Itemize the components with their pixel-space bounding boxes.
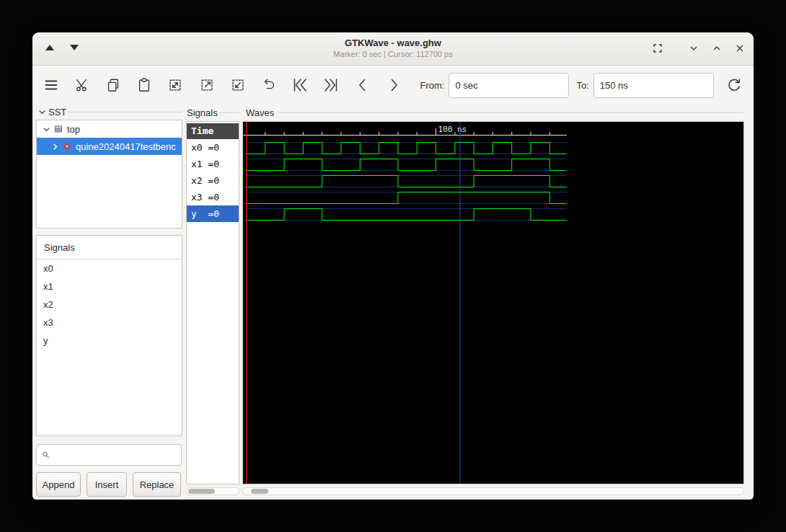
sst-chevron-down-icon bbox=[38, 108, 46, 116]
expander-down-icon[interactable] bbox=[41, 125, 51, 133]
search-icon bbox=[42, 450, 50, 460]
signal-row-x1[interactable]: x1 =0 bbox=[187, 156, 239, 172]
zoom-to-start-icon[interactable] bbox=[288, 73, 312, 97]
signal-list-item-x2[interactable]: x2 bbox=[37, 296, 182, 314]
signal-list-item-x3[interactable]: x3 bbox=[37, 314, 182, 332]
tree-item-testbench[interactable]: quine20240417testbenc bbox=[37, 138, 182, 155]
expander-right-icon[interactable] bbox=[50, 143, 60, 151]
waves-hscroll-thumb[interactable] bbox=[251, 489, 268, 494]
chevron-up-icon[interactable] bbox=[710, 42, 723, 55]
zoom-out-icon[interactable] bbox=[226, 73, 250, 97]
signals-list-header: Signals bbox=[37, 236, 182, 260]
waveform-canvas[interactable]: 100 ns bbox=[243, 122, 743, 484]
signals-hscroll-thumb[interactable] bbox=[188, 489, 215, 494]
from-input[interactable] bbox=[449, 73, 569, 98]
copy-icon[interactable] bbox=[101, 73, 125, 97]
triangle-down-icon[interactable] bbox=[70, 45, 79, 50]
sst-expander[interactable]: SST bbox=[38, 107, 66, 118]
zoom-undo-icon[interactable] bbox=[257, 73, 281, 97]
time-header: Time bbox=[187, 123, 239, 139]
module-icon bbox=[53, 124, 63, 134]
signal-row-y[interactable]: y =0 bbox=[187, 205, 239, 222]
gtkwave-window: GTKWave - wave.ghw Marker: 0 sec | Curso… bbox=[32, 32, 754, 500]
insert-button[interactable]: Insert bbox=[87, 472, 127, 497]
signal-row-x3[interactable]: x3 =0 bbox=[187, 189, 239, 205]
signal-row-x2[interactable]: x2 =0 bbox=[187, 172, 239, 189]
zoom-to-end-icon[interactable] bbox=[319, 73, 343, 97]
waves-hscrollbar[interactable] bbox=[242, 487, 744, 495]
append-button[interactable]: Append bbox=[36, 472, 81, 497]
paste-icon[interactable] bbox=[133, 73, 156, 97]
signals-column: Time x0 =0 x1 =0 x2 =0 x3 =0 y =0 bbox=[186, 121, 239, 484]
signal-list-item-y[interactable]: y bbox=[37, 332, 182, 350]
signal-list-item-x0[interactable]: x0 bbox=[37, 260, 182, 278]
signals-column-label: Signals bbox=[187, 107, 218, 118]
svg-text:100 ns: 100 ns bbox=[438, 125, 467, 134]
waves-label: Waves bbox=[246, 107, 274, 118]
to-input[interactable] bbox=[593, 73, 714, 98]
zoom-in-icon[interactable] bbox=[195, 73, 218, 97]
cut-icon[interactable] bbox=[70, 73, 94, 97]
tree-item-label: quine20240417testbenc bbox=[76, 141, 176, 152]
signals-list-panel: Signals x0 x1 x2 x3 y bbox=[36, 235, 182, 436]
sst-tree: top quine20240417testbenc bbox=[36, 120, 182, 229]
toolbar: From: To: bbox=[32, 66, 754, 105]
tree-item-top[interactable]: top bbox=[37, 120, 182, 138]
shift-right-icon[interactable] bbox=[381, 73, 405, 97]
fit-window-icon[interactable] bbox=[651, 42, 664, 55]
signal-list-item-x1[interactable]: x1 bbox=[37, 278, 182, 296]
reload-icon[interactable] bbox=[723, 73, 746, 97]
close-icon[interactable] bbox=[733, 42, 746, 55]
window-title: GTKWave - wave.ghw bbox=[32, 32, 754, 48]
from-label: From: bbox=[420, 80, 444, 91]
marker-cursor-status: Marker: 0 sec | Cursor: 112700 ps bbox=[32, 50, 754, 58]
waves-panel[interactable]: 100 ns bbox=[242, 121, 744, 484]
shift-left-icon[interactable] bbox=[350, 73, 374, 97]
signals-hscrollbar[interactable] bbox=[186, 487, 239, 495]
signal-search[interactable] bbox=[36, 444, 182, 466]
to-label: To: bbox=[576, 80, 588, 91]
menu-icon[interactable] bbox=[39, 73, 63, 97]
zoom-fit-icon[interactable] bbox=[164, 73, 187, 97]
triangle-up-icon[interactable] bbox=[45, 45, 54, 50]
titlebar: GTKWave - wave.ghw Marker: 0 sec | Curso… bbox=[32, 32, 754, 66]
chevron-down-icon[interactable] bbox=[687, 42, 700, 55]
replace-button[interactable]: Replace bbox=[133, 472, 181, 497]
signal-row-x0[interactable]: x0 =0 bbox=[187, 139, 239, 156]
tree-item-label: top bbox=[67, 124, 80, 135]
sst-label: SST bbox=[48, 107, 66, 118]
entity-gear-icon bbox=[62, 141, 72, 151]
search-input[interactable] bbox=[54, 445, 181, 465]
